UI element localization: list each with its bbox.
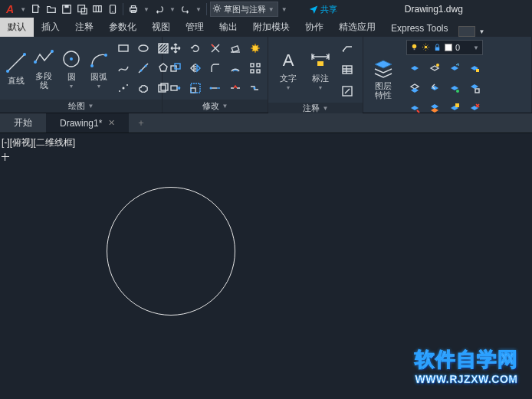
panel-annotation-title[interactable]: 注释▼ bbox=[268, 103, 363, 114]
watermark-cn: 软件自学网 bbox=[415, 346, 518, 373]
svg-point-27 bbox=[126, 84, 128, 86]
copy-icon[interactable] bbox=[167, 60, 184, 77]
lengthen-icon[interactable] bbox=[207, 80, 224, 96]
dimension-button[interactable]: 标注 ▼ bbox=[307, 49, 334, 90]
layer-states-icon[interactable] bbox=[466, 80, 483, 96]
ribbon: 直线 多段线 圆 ▼ 圆弧 ▼ bbox=[0, 37, 532, 113]
watermark-url: WWW.RJZXW.COM bbox=[415, 373, 517, 385]
layer-selector[interactable]: 0 ▼ bbox=[406, 40, 483, 55]
line-button[interactable]: 直线 bbox=[5, 51, 28, 85]
panel-draw: 直线 多段线 圆 ▼ 圆弧 ▼ bbox=[0, 37, 163, 113]
saveas-icon[interactable] bbox=[75, 2, 89, 16]
svg-point-19 bbox=[104, 54, 107, 57]
save-icon[interactable] bbox=[60, 2, 74, 16]
open-icon[interactable] bbox=[44, 2, 58, 16]
doctab-drawing1[interactable]: Drawing1*✕ bbox=[46, 113, 129, 132]
undo-caret[interactable]: ▼ bbox=[168, 6, 177, 13]
panel-modify-title[interactable]: 修改▼ bbox=[163, 100, 268, 113]
rectangle-icon[interactable] bbox=[115, 40, 132, 57]
revcloud-icon[interactable] bbox=[135, 80, 152, 96]
array-icon[interactable] bbox=[247, 60, 264, 77]
tab-manage[interactable]: 管理 bbox=[178, 18, 212, 37]
annotation-scale-icon[interactable] bbox=[339, 83, 356, 100]
workspace-label: 草图与注释 bbox=[224, 4, 266, 15]
line-icon bbox=[5, 51, 28, 74]
rotate-icon[interactable] bbox=[187, 40, 204, 57]
mirror-icon[interactable] bbox=[187, 60, 204, 77]
svg-rect-30 bbox=[232, 46, 239, 52]
layer-previous-icon[interactable] bbox=[426, 80, 443, 96]
layer-isolate-icon[interactable] bbox=[426, 60, 443, 77]
new-icon[interactable] bbox=[29, 2, 43, 16]
viewport-label[interactable]: [-][俯视][二维线框] bbox=[2, 136, 75, 149]
layer-on-icon[interactable] bbox=[446, 80, 463, 96]
leader-icon[interactable] bbox=[339, 40, 356, 57]
tab-express[interactable]: Express Tools bbox=[383, 20, 455, 37]
mobile-icon[interactable] bbox=[106, 2, 120, 16]
arc-button[interactable]: 圆弧 ▼ bbox=[87, 47, 110, 88]
svg-rect-5 bbox=[94, 6, 102, 12]
svg-rect-54 bbox=[455, 103, 459, 107]
text-button[interactable]: A 文字 ▼ bbox=[274, 49, 302, 90]
app-logo[interactable]: A bbox=[3, 3, 17, 15]
trim-icon[interactable] bbox=[207, 40, 224, 57]
layer-match-icon[interactable] bbox=[406, 80, 423, 96]
spline-icon[interactable] bbox=[115, 60, 132, 77]
layer-properties-icon bbox=[372, 57, 395, 80]
explode-icon[interactable] bbox=[247, 40, 264, 57]
print-icon[interactable] bbox=[126, 2, 140, 16]
scale-icon[interactable] bbox=[187, 80, 204, 96]
print-caret[interactable]: ▼ bbox=[142, 6, 151, 13]
table-icon[interactable] bbox=[339, 61, 356, 78]
erase-icon[interactable] bbox=[227, 40, 244, 57]
xline-icon[interactable] bbox=[135, 60, 152, 77]
share-icon bbox=[309, 5, 318, 14]
web-icon[interactable] bbox=[90, 2, 104, 16]
current-layer-name: 0 bbox=[455, 43, 460, 52]
doctab-start[interactable]: 开始 bbox=[0, 113, 46, 132]
join-icon[interactable] bbox=[247, 80, 264, 96]
fillet-icon[interactable] bbox=[207, 60, 224, 77]
layer-off-icon[interactable] bbox=[406, 60, 423, 77]
move-icon[interactable] bbox=[167, 40, 184, 57]
circle-caret: ▼ bbox=[69, 83, 74, 89]
circle-button[interactable]: 圆 ▼ bbox=[60, 47, 83, 88]
drawn-circle[interactable] bbox=[107, 187, 235, 316]
point-icon[interactable] bbox=[115, 80, 132, 96]
panel-draw-title[interactable]: 绘图▼ bbox=[0, 100, 162, 113]
ellipse-icon[interactable] bbox=[135, 40, 152, 57]
doctab-add[interactable]: ＋ bbox=[129, 113, 153, 132]
undo-icon[interactable] bbox=[153, 2, 166, 16]
tab-output[interactable]: 输出 bbox=[212, 18, 245, 37]
app-menu-caret[interactable]: ▼ bbox=[18, 6, 28, 13]
redo-caret[interactable]: ▼ bbox=[194, 6, 203, 13]
qat-customize-caret[interactable]: ▼ bbox=[280, 6, 289, 13]
ribbon-minimize[interactable]: ▼ bbox=[458, 26, 484, 37]
tab-annotate[interactable]: 注释 bbox=[67, 18, 101, 37]
workspace-selector[interactable]: 草图与注释 ▼ bbox=[210, 2, 278, 17]
tab-view[interactable]: 视图 bbox=[144, 18, 178, 37]
doctab-close-icon[interactable]: ✕ bbox=[108, 118, 115, 128]
polyline-icon bbox=[32, 47, 55, 70]
offset-icon[interactable] bbox=[227, 60, 244, 77]
break-icon[interactable] bbox=[227, 80, 244, 96]
polyline-button[interactable]: 多段线 bbox=[32, 47, 55, 90]
redo-icon[interactable] bbox=[179, 2, 192, 16]
stretch-icon[interactable] bbox=[167, 80, 184, 96]
layer-lock-icon[interactable] bbox=[466, 60, 483, 77]
svg-point-24 bbox=[145, 65, 147, 67]
share-button[interactable]: 共享 bbox=[309, 4, 337, 15]
tab-parametric[interactable]: 参数化 bbox=[101, 18, 144, 37]
tab-collaborate[interactable]: 协作 bbox=[297, 18, 331, 37]
layer-freeze-icon[interactable] bbox=[446, 60, 463, 77]
svg-point-11 bbox=[215, 7, 219, 11]
tab-featured[interactable]: 精选应用 bbox=[331, 18, 383, 37]
layer-properties-button[interactable]: 图层 特性 bbox=[368, 57, 399, 100]
tab-addins[interactable]: 附加模块 bbox=[245, 18, 297, 37]
svg-rect-38 bbox=[191, 88, 195, 93]
svg-point-15 bbox=[51, 50, 54, 53]
tab-default[interactable]: 默认 bbox=[0, 18, 34, 37]
drawing-canvas[interactable]: [-][俯视][二维线框] 软件自学网 WWW.RJZXW.COM bbox=[0, 133, 532, 399]
tab-insert[interactable]: 插入 bbox=[34, 18, 67, 37]
svg-point-21 bbox=[139, 45, 148, 51]
